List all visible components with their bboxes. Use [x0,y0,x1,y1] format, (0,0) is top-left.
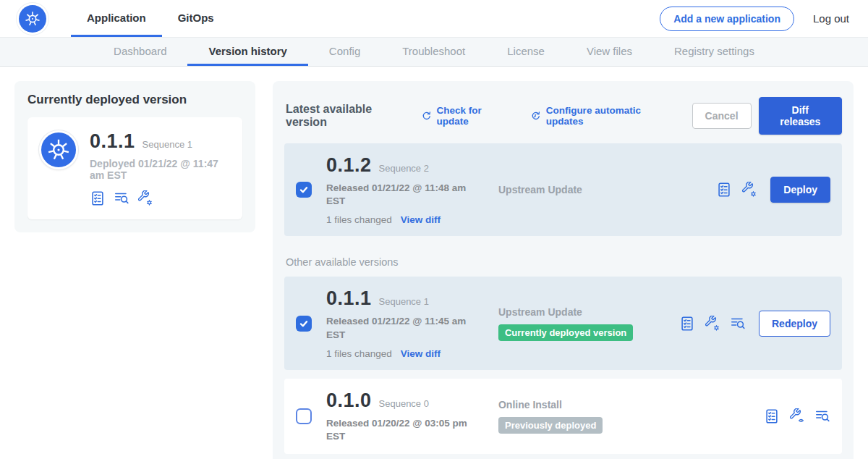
currently-deployed-badge: Currently deployed version [498,324,633,341]
previously-deployed-badge: Previously deployed [498,417,603,434]
tab-application[interactable]: Application [71,0,162,37]
currently-deployed-panel: Currently deployed version 0.1.1 Sequenc… [14,81,255,232]
version-checkbox[interactable] [296,316,312,332]
version-number: 0.1.1 [326,287,372,310]
latest-available-heading: Latest available version [286,103,410,129]
version-source-label: Online Install [498,399,679,410]
preflight-checklist-icon[interactable] [716,182,732,198]
app-logo[interactable] [19,0,46,37]
released-timestamp: Released 01/21/22 @ 11:48 am EST [326,182,468,208]
configure-automatic-updates-link[interactable]: Configure automatic updates [529,105,674,127]
config-wrench-eye-icon[interactable] [789,408,805,424]
logout-link[interactable]: Log out [813,12,849,25]
sequence-label: Sequence 1 [379,296,429,307]
version-source-label: Upstream Update [498,184,679,195]
view-logs-magnifier-icon[interactable] [730,316,746,332]
config-wrench-gear-icon[interactable] [741,182,757,198]
top-nav: Application GitOps Add a new application… [0,0,868,37]
cancel-button[interactable]: Cancel [692,103,752,129]
config-wrench-gear-icon[interactable] [137,190,153,206]
topnav-tabs: Application GitOps [71,0,230,37]
version-history-page: Currently deployed version 0.1.1 Sequenc… [0,67,868,459]
view-diff-link[interactable]: View diff [401,214,441,225]
preflight-checklist-icon[interactable] [764,408,780,424]
diff-releases-button[interactable]: Diff releases [759,97,842,135]
other-available-versions-heading: Other available versions [286,256,841,268]
subnav-registry-settings[interactable]: Registry settings [653,38,775,66]
view-diff-link[interactable]: View diff [401,348,441,359]
version-number: 0.1.2 [326,154,372,177]
sequence-label: Sequence 2 [379,163,429,174]
sequence-label: Sequence 0 [379,398,429,409]
tab-gitops[interactable]: GitOps [162,0,230,37]
version-source-label: Upstream Update [498,306,679,318]
add-new-application-button[interactable]: Add a new application [660,7,794,31]
version-row-0-1-1: 0.1.1 Sequence 1 Released 01/21/22 @ 11:… [284,277,842,369]
subnav-troubleshoot[interactable]: Troubleshoot [381,38,486,66]
deploy-button[interactable]: Deploy [770,177,830,203]
preflight-checklist-icon[interactable] [679,316,695,332]
subnav-dashboard[interactable]: Dashboard [93,38,187,66]
currently-deployed-heading: Currently deployed version [27,93,242,107]
latest-available-header: Latest available version Check for updat… [286,97,842,135]
view-logs-magnifier-icon[interactable] [114,190,129,206]
clock-refresh-icon [529,110,541,122]
preflight-checklist-icon[interactable] [90,190,106,206]
version-row-0-1-2: 0.1.2 Sequence 2 Released 01/21/22 @ 11:… [284,143,842,236]
version-row-0-1-0: 0.1.0 Sequence 0 Released 01/20/22 @ 03:… [284,379,842,454]
check-for-update-link[interactable]: Check for update [420,105,512,127]
subnav-view-files[interactable]: View files [566,38,653,66]
subnav-license[interactable]: License [486,38,566,66]
refresh-circle-icon [420,110,432,122]
subnav-version-history[interactable]: Version history [187,38,307,66]
view-logs-magnifier-icon[interactable] [814,408,830,424]
deployed-timestamp: Deployed 01/21/22 @ 11:47 am EST [90,158,231,181]
deployed-version-card: 0.1.1 Sequence 1 Deployed 01/21/22 @ 11:… [27,117,242,219]
deployed-version-number: 0.1.1 [90,130,135,153]
version-checkbox[interactable] [296,182,312,198]
version-checkbox[interactable] [296,408,312,424]
released-timestamp: Released 01/21/22 @ 11:45 am EST [326,315,468,341]
version-number: 0.1.0 [326,389,372,412]
redeploy-button[interactable]: Redeploy [759,311,830,337]
subnav-config[interactable]: Config [308,38,381,66]
kubernetes-logo-icon [19,5,46,33]
deployed-sequence-label: Sequence 1 [142,139,192,150]
files-changed-label: 1 files changed [326,348,392,359]
app-subnav: Dashboard Version history Config Trouble… [0,37,868,67]
config-wrench-gear-icon[interactable] [705,316,720,332]
files-changed-label: 1 files changed [326,214,392,225]
kubernetes-app-icon [39,130,78,169]
available-versions-panel: Latest available version Check for updat… [273,81,854,459]
released-timestamp: Released 01/20/22 @ 03:05 pm EST [326,417,468,443]
